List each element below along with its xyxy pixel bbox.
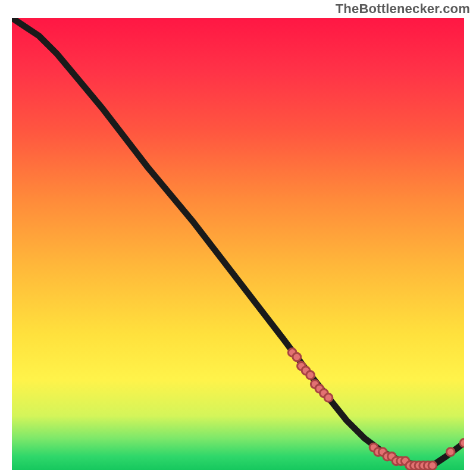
data-point bbox=[446, 448, 455, 456]
watermark-text: TheBottlenecker.com bbox=[336, 1, 470, 17]
data-point bbox=[460, 439, 464, 447]
data-point bbox=[293, 353, 301, 361]
data-point-markers bbox=[288, 349, 464, 470]
data-point bbox=[306, 371, 315, 380]
data-point bbox=[324, 394, 333, 402]
plot-svg bbox=[12, 18, 464, 470]
bottleneck-curve bbox=[12, 18, 464, 465]
data-point bbox=[428, 462, 437, 470]
chart-root: TheBottlenecker.com bbox=[0, 0, 476, 476]
